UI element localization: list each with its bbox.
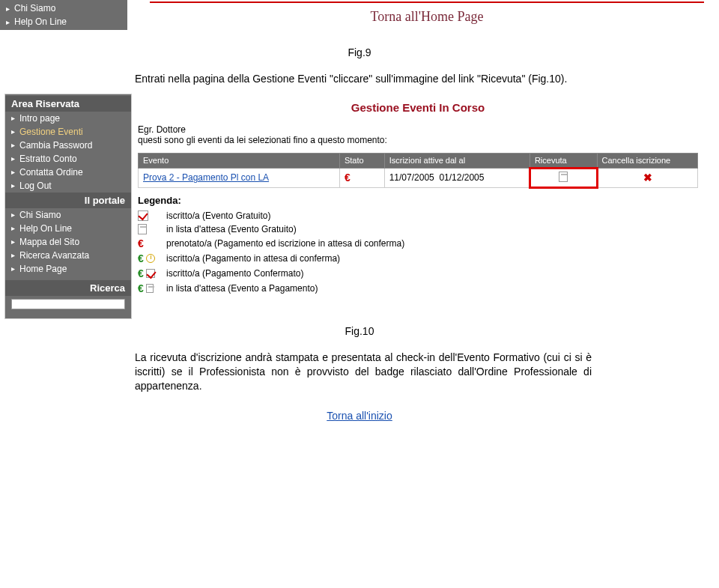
th-stato: Stato (339, 153, 384, 168)
bullet-icon: ▸ (11, 210, 15, 219)
legend-icon: € (138, 267, 160, 279)
table-header-row: Evento Stato Iscrizioni attive dal al Ri… (139, 153, 698, 168)
sidebar-label: Home Page (19, 264, 67, 274)
figure-10-screenshot: Area Riservata ▸Intro page ▸Gestione Eve… (4, 94, 704, 319)
sidebar-item-ricerca-avanzata[interactable]: ▸Ricerca Avanzata (5, 249, 131, 262)
bullet-icon: ▸ (11, 264, 15, 273)
sidebar-item-help-2[interactable]: ▸Help On Line (5, 222, 131, 235)
document-icon (146, 284, 154, 293)
legend-row: in lista d'attesa (Evento Gratuito) (138, 222, 698, 236)
legend-row: € iscritto/a (Pagamento Confermato) (138, 266, 698, 281)
sidebar-label: Estratto Conto (19, 154, 77, 164)
legend-text: iscritto/a (Pagamento Confermato) (166, 268, 303, 279)
sidebar-item-cambia-password[interactable]: ▸Cambia Password (5, 139, 131, 152)
bullet-icon: ▸ (11, 237, 15, 246)
bullet-icon: ▸ (11, 224, 15, 232)
intro-text: questi sono gli eventi da lei selezionat… (138, 135, 698, 145)
sidebar-label: Help On Line (19, 223, 72, 234)
paragraph-2: La ricevuta d'iscrizione andrà stampata … (135, 351, 592, 393)
legend-row: € prenotato/a (Pagamento ed iscrizione i… (138, 236, 698, 251)
sidebar-item-chi-siamo[interactable]: ▸ Chi Siamo (0, 1, 127, 15)
sidebar-label: Mappa del Sito (19, 237, 79, 247)
document-icon (138, 224, 147, 234)
sidebar-label: Log Out (19, 181, 52, 191)
bullet-icon: ▸ (11, 251, 15, 259)
legend-text: iscritto/a (Pagamento in attesa di confe… (166, 253, 340, 264)
legend-icon: € (138, 282, 160, 294)
legend-row: € in lista d'attesa (Evento a Pagamento) (138, 281, 698, 296)
euro-strike-icon: € (345, 172, 351, 184)
figure-label-9: Fig.9 (0, 46, 719, 58)
legend-row: iscritto/a (Evento Gratuito) (138, 209, 698, 222)
sidebar-item-home-page[interactable]: ▸Home Page (5, 262, 131, 276)
cell-ricevuta[interactable] (530, 168, 597, 187)
sidebar-item-gestione-eventi[interactable]: ▸Gestione Eventi (5, 125, 131, 139)
sidebar-label: Chi Siamo (14, 3, 55, 13)
legend-text: in lista d'attesa (Evento Gratuito) (166, 224, 297, 234)
greeting: Egr. Dottore (138, 124, 698, 135)
sidebar-item-estratto-conto[interactable]: ▸Estratto Conto (5, 152, 131, 166)
th-iscrizioni: Iscrizioni attive dal al (384, 153, 530, 168)
document-icon (559, 172, 568, 182)
content-column: Gestione Eventi In Corso Egr. Dottore qu… (132, 94, 704, 319)
sidebar-label: Help On Line (14, 16, 67, 27)
sidebar-section-ricerca: Ricerca (5, 280, 131, 296)
check-icon (146, 269, 155, 278)
sidebar-item-logout[interactable]: ▸Log Out (5, 179, 131, 193)
legend-text: prenotato/a (Pagamento ed iscrizione in … (166, 238, 404, 249)
sidebar-section-area-riservata: Area Riservata (5, 96, 131, 112)
cell-evento[interactable]: Prova 2 - Pagamento Pl con LA (139, 168, 340, 187)
sidebar-label: Gestione Eventi (19, 127, 83, 137)
legend-icon: € (138, 252, 160, 264)
home-page-link[interactable]: Torna all'Home Page (135, 9, 719, 25)
sidebar-label: Intro page (19, 113, 60, 124)
sidebar-label: Chi Siamo (19, 210, 61, 220)
bullet-icon: ▸ (6, 4, 10, 13)
divider-line (150, 1, 704, 3)
sidebar-item-mappa[interactable]: ▸Mappa del Sito (5, 235, 131, 249)
euro-strike-icon: € (138, 237, 144, 249)
delete-icon: ✖ (643, 172, 652, 184)
paragraph-1: Entrati nella pagina della Gestione Even… (135, 72, 592, 86)
bullet-icon: ▸ (11, 168, 15, 176)
content-title: Gestione Eventi In Corso (138, 101, 698, 114)
cell-stato: € (339, 168, 384, 187)
cell-cancella[interactable]: ✖ (597, 168, 697, 187)
header-box: Torna all'Home Page (135, 0, 719, 25)
figure-label-10: Fig.10 (0, 325, 719, 337)
search-input[interactable] (11, 299, 125, 309)
back-to-top-link[interactable]: Torna all'inizio (0, 410, 719, 422)
sidebar-item-contatta-ordine[interactable]: ▸Contatta Ordine (5, 166, 131, 179)
legend-text: iscritto/a (Evento Gratuito) (166, 210, 270, 221)
sidebar-item-help[interactable]: ▸ Help On Line (0, 15, 127, 28)
legend-icon (138, 224, 160, 234)
sidebar-item-intro[interactable]: ▸Intro page (5, 112, 131, 125)
bullet-icon: ▸ (11, 127, 15, 136)
legend-icon: € (138, 237, 160, 249)
bullet-icon: ▸ (6, 18, 10, 26)
sidebar-label: Cambia Password (19, 140, 92, 151)
sidebar-section-portale: Il portale (5, 193, 131, 208)
euro-icon: € (138, 282, 144, 294)
bullet-icon: ▸ (11, 114, 15, 122)
euro-icon: € (138, 252, 144, 264)
legend-text: in lista d'attesa (Evento a Pagamento) (166, 283, 318, 294)
sidebar-label: Ricerca Avanzata (19, 250, 89, 261)
legend-title: Legenda: (138, 195, 698, 206)
sidebar-top: ▸ Chi Siamo ▸ Help On Line (0, 0, 127, 30)
legend-row: € iscritto/a (Pagamento in attesa di con… (138, 251, 698, 266)
check-icon (138, 210, 148, 221)
bullet-icon: ▸ (11, 154, 15, 163)
th-evento: Evento (139, 153, 340, 168)
bullet-icon: ▸ (11, 181, 15, 190)
sidebar-label: Contatta Ordine (19, 167, 83, 178)
th-cancella: Cancella iscrizione (597, 153, 697, 168)
legend-icon (138, 210, 160, 221)
sidebar-main: Area Riservata ▸Intro page ▸Gestione Eve… (4, 94, 132, 319)
bullet-icon: ▸ (11, 141, 15, 149)
th-ricevuta: Ricevuta (530, 153, 597, 168)
clock-icon (146, 254, 155, 263)
events-table: Evento Stato Iscrizioni attive dal al Ri… (138, 153, 698, 189)
sidebar-item-chi-siamo-2[interactable]: ▸Chi Siamo (5, 208, 131, 222)
table-row: Prova 2 - Pagamento Pl con LA € 11/07/20… (139, 168, 698, 187)
